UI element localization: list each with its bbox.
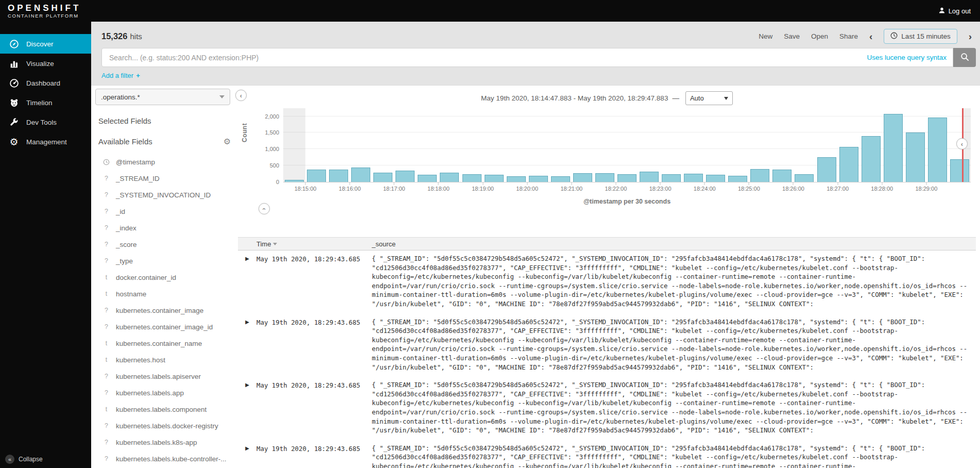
histogram-bar-18:24:30[interactable] xyxy=(728,176,747,182)
lucene-syntax-link[interactable]: Uses lucene query syntax xyxy=(867,54,947,61)
histogram-bar-18:18:30[interactable] xyxy=(462,174,482,182)
histogram-slot xyxy=(461,111,483,182)
field-item-kubernetes.container_image[interactable]: ?kubernetes.container_image xyxy=(93,302,238,319)
histogram-bar-18:16:30[interactable] xyxy=(373,173,392,182)
histogram-slot xyxy=(704,111,727,182)
collapse-fields-panel-button[interactable]: ‹ xyxy=(235,90,247,101)
histogram-bar-18:25:30[interactable] xyxy=(772,170,792,182)
histogram-bar-18:28:30[interactable] xyxy=(906,132,925,182)
histogram-bar-18:14:30[interactable] xyxy=(285,180,304,182)
histogram-bar-18:29:00[interactable] xyxy=(928,118,947,182)
histogram-bar-18:22:00[interactable] xyxy=(617,174,637,182)
field-item-kubernetes.labels.k8s-app[interactable]: ?kubernetes.labels.k8s-app xyxy=(93,434,238,450)
field-item-kubernetes.labels.apiserver[interactable]: ?kubernetes.labels.apiserver xyxy=(93,368,238,385)
field-item-_STREAM_ID[interactable]: ?_STREAM_ID xyxy=(93,170,238,187)
index-pattern-select[interactable]: .operations.* xyxy=(95,89,230,105)
collapse-histogram-button[interactable]: ‹ xyxy=(259,203,270,214)
field-item-kubernetes.container_name[interactable]: tkubernetes.container_name xyxy=(93,335,238,352)
histogram-bar-18:25:00[interactable] xyxy=(750,169,769,182)
histogram-bar-18:27:30[interactable] xyxy=(862,136,881,182)
histogram-bar-18:19:30[interactable] xyxy=(507,176,526,182)
share-button[interactable]: Share xyxy=(839,32,858,40)
histogram-bar-18:27:00[interactable] xyxy=(839,147,858,182)
histogram-bar-18:20:30[interactable] xyxy=(551,176,570,182)
row-expand-caret-icon[interactable]: ▶ xyxy=(238,254,256,309)
save-button[interactable]: Save xyxy=(784,32,800,40)
sidebar-item-dashboard[interactable]: Dashboard xyxy=(0,73,91,93)
histogram-bar-18:26:30[interactable] xyxy=(817,157,836,182)
x-tick-mark xyxy=(438,182,439,185)
field-name: _STREAM_ID xyxy=(116,175,160,182)
results-table: Time _source ▶May 19th 2020, 18:29:43.68… xyxy=(238,237,976,468)
field-settings-gear-icon[interactable]: ⚙ xyxy=(223,137,231,146)
time-forward-arrow[interactable]: › xyxy=(969,31,972,41)
field-item-kubernetes.labels.app[interactable]: ?kubernetes.labels.app xyxy=(93,385,238,401)
histogram-bar-18:20:00[interactable] xyxy=(529,176,548,182)
row-time-cell: May 19th 2020, 18:29:43.685 xyxy=(256,317,372,372)
histogram-bar-18:15:30[interactable] xyxy=(329,170,348,182)
plus-icon[interactable]: + xyxy=(136,72,140,79)
time-back-arrow[interactable]: ‹ xyxy=(869,31,872,41)
search-button[interactable] xyxy=(953,48,976,67)
row-expand-caret-icon[interactable]: ▶ xyxy=(238,380,256,435)
sidebar-item-timelion[interactable]: Timelion xyxy=(0,93,91,112)
histogram-bar-18:17:00[interactable] xyxy=(396,171,415,182)
histogram-bar-18:26:00[interactable] xyxy=(795,174,814,182)
unknown-type-icon: ? xyxy=(102,307,110,314)
field-item-kubernetes.labels.component[interactable]: tkubernetes.labels.component xyxy=(93,401,238,417)
open-button[interactable]: Open xyxy=(811,32,828,40)
field-item-_type[interactable]: ?_type xyxy=(93,253,238,269)
field-item-_score[interactable]: ?_score xyxy=(93,236,238,253)
histogram-bar-18:28:00[interactable] xyxy=(884,114,903,182)
row-expand-caret-icon[interactable]: ▶ xyxy=(238,317,256,372)
histogram-bar-18:24:00[interactable] xyxy=(706,175,725,182)
logout-button[interactable]: Log out xyxy=(938,7,971,15)
field-item-_index[interactable]: ?_index xyxy=(93,220,238,236)
histogram-bar-18:19:00[interactable] xyxy=(485,175,504,182)
user-icon xyxy=(938,7,945,15)
timepicker-button[interactable]: Last 15 minutes xyxy=(884,29,957,44)
histogram-bar-18:15:00[interactable] xyxy=(307,170,326,182)
histogram-bar-18:29:30[interactable] xyxy=(950,159,969,182)
add-filter-button[interactable]: Add a filter xyxy=(101,72,133,79)
chevron-down-icon xyxy=(219,95,225,98)
sidebar-item-management[interactable]: ⚙Management xyxy=(0,132,91,152)
histogram-bar-18:23:00[interactable] xyxy=(662,174,681,182)
sidebar-item-visualize[interactable]: Visualize xyxy=(0,54,91,73)
histogram-bar-18:21:00[interactable] xyxy=(573,173,592,182)
unknown-type-icon: ? xyxy=(102,422,110,429)
histogram-bar-18:17:30[interactable] xyxy=(418,175,437,182)
histogram-chart: ‹ Count 05001,0001,5002,000 18:15:0018:1… xyxy=(238,111,974,212)
field-item-docker.container_id[interactable]: tdocker.container_id xyxy=(93,269,238,286)
time-column-label: Time xyxy=(256,240,271,248)
field-item-kubernetes.host[interactable]: tkubernetes.host xyxy=(93,352,238,368)
field-item-@timestamp[interactable]: @timestamp xyxy=(93,154,238,170)
available-fields-title: Available Fields xyxy=(98,137,152,146)
histogram-slot xyxy=(682,111,704,182)
collapse-chart-button[interactable]: ‹ xyxy=(956,138,968,149)
interval-select[interactable]: Auto xyxy=(685,91,733,105)
field-item-kubernetes.container_image_id[interactable]: ?kubernetes.container_image_id xyxy=(93,319,238,335)
sidebar-item-discover[interactable]: Discover xyxy=(0,34,91,54)
field-item-hostname[interactable]: thostname xyxy=(93,286,238,302)
results-table-header: Time _source xyxy=(238,237,976,250)
search-input[interactable] xyxy=(108,53,861,62)
histogram-slot xyxy=(505,111,527,182)
field-item-kubernetes.labels.kube-controller-...[interactable]: ?kubernetes.labels.kube-controller-... xyxy=(93,450,238,467)
histogram-bar-18:16:00[interactable] xyxy=(351,168,370,182)
histogram-bar-18:18:00[interactable] xyxy=(440,173,459,182)
field-name: kubernetes.labels.apiserver xyxy=(116,373,201,380)
histogram-bar-18:23:30[interactable] xyxy=(684,174,703,182)
field-item-kubernetes.labels.docker-registry[interactable]: ?kubernetes.labels.docker-registry xyxy=(93,417,238,434)
field-item-_id[interactable]: ?_id xyxy=(93,203,238,220)
sidebar-item-dev-tools[interactable]: Dev Tools xyxy=(0,112,91,132)
histogram-bar-18:22:30[interactable] xyxy=(640,172,659,182)
selected-fields-heading: Selected Fields xyxy=(93,116,238,125)
time-column-header[interactable]: Time xyxy=(256,240,372,248)
field-item-_SYSTEMD_INVOCATION_ID[interactable]: ?_SYSTEMD_INVOCATION_ID xyxy=(93,187,238,203)
sidebar-collapse-button[interactable]: « Collapse xyxy=(5,455,43,464)
new-button[interactable]: New xyxy=(759,32,772,40)
table-row: ▶May 19th 2020, 18:29:43.685{ "_STREAM_I… xyxy=(238,314,976,372)
histogram-bar-18:21:30[interactable] xyxy=(595,173,614,182)
row-expand-caret-icon[interactable]: ▶ xyxy=(238,444,256,468)
